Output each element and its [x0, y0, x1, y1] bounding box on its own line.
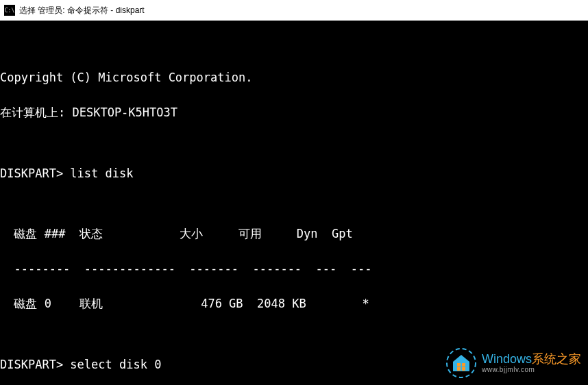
svg-rect-4: [462, 367, 465, 371]
window-title: 选择 管理员: 命令提示符 - diskpart: [19, 5, 145, 16]
computer-line: 在计算机上: DESKTOP-K5HTO3T: [0, 104, 588, 122]
watermark-brand-en: Windows: [482, 352, 532, 366]
watermark-brand-cn: 系统之家: [532, 352, 581, 366]
svg-rect-3: [457, 367, 461, 371]
disk-table-row: 磁盘 0 联机 476 GB 2048 KB *: [0, 295, 588, 313]
disk-table-divider: -------- ------------- ------- ------- -…: [0, 260, 588, 278]
cmd-icon: C:\: [4, 5, 15, 16]
command-1: list disk: [63, 166, 133, 180]
watermark-url: www.bjjmlv.com: [482, 366, 535, 373]
copyright-line: Copyright (C) Microsoft Corporation.: [0, 69, 588, 87]
svg-rect-1: [457, 363, 461, 367]
disk-table-header: 磁盘 ### 状态 大小 可用 Dyn Gpt: [0, 225, 588, 243]
prompt-line-1: DISKPART> list disk: [0, 165, 588, 183]
watermark: Windows系统之家 www.bjjmlv.com: [446, 348, 581, 378]
prompt: DISKPART>: [0, 358, 63, 371]
prompt: DISKPART>: [0, 166, 63, 180]
house-icon: [446, 348, 476, 378]
terminal-output[interactable]: Copyright (C) Microsoft Corporation. 在计算…: [0, 21, 588, 385]
command-2: select disk 0: [63, 358, 161, 371]
window-title-bar[interactable]: C:\ 选择 管理员: 命令提示符 - diskpart: [0, 0, 588, 21]
watermark-text: Windows系统之家 www.bjjmlv.com: [482, 353, 581, 374]
svg-rect-2: [462, 363, 465, 367]
